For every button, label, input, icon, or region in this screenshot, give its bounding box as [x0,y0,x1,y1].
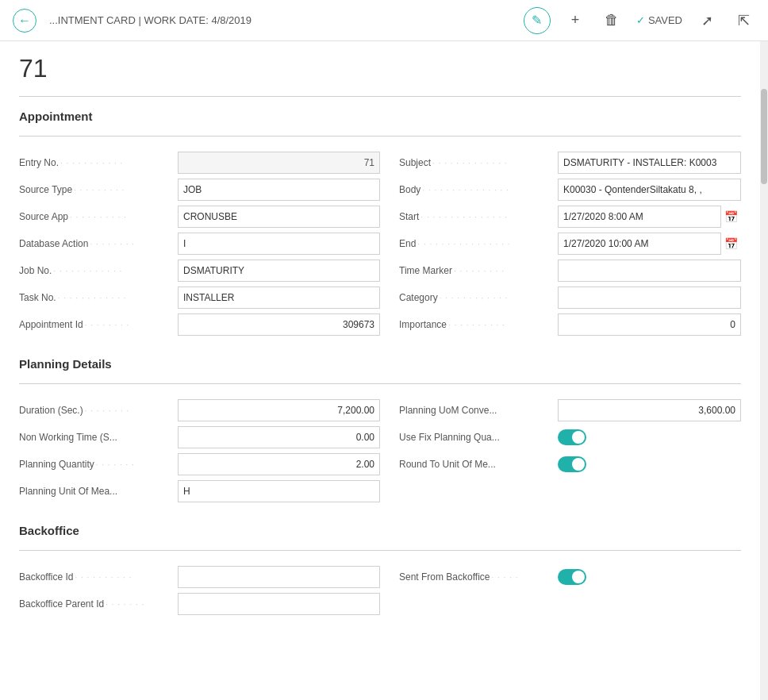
field-subject: Subject · · · · · · · · · · · · · [399,149,741,176]
planning-left-col: Duration (Sec.) · · · · · · · · Non Work… [19,397,380,505]
field-body: Body · · · · · · · · · · · · · · · [399,176,741,203]
category-label: Category [399,292,438,303]
field-source-type: Source Type · · · · · · · · · [19,176,380,203]
entry-no-label: Entry No. [19,157,59,168]
appointment-id-label: Appointment Id [19,319,83,330]
backoffice-id-input[interactable] [178,566,380,588]
field-database-action: Database Action · · · · · · · · [19,230,380,257]
database-action-label: Database Action [19,238,88,249]
field-non-working-time: Non Working Time (S... [19,424,380,451]
planning-section: Planning Details Duration (Sec.) · · · ·… [19,357,741,505]
non-working-time-label: Non Working Time (S... [19,432,117,443]
field-planning-quantity: Planning Quantity · · · · · · · [19,451,380,478]
appointment-section: Appointment Entry No. · · · · · · · · · … [19,110,741,338]
body-label: Body [399,184,420,195]
delete-button[interactable]: 🗑 [600,9,624,33]
field-planning-uom: Planning Unit Of Mea... [19,478,380,505]
source-type-label: Source Type [19,184,72,195]
end-input[interactable] [558,233,721,255]
non-working-time-input[interactable] [178,426,380,448]
appointment-left-col: Entry No. · · · · · · · · · · · Source T… [19,149,380,338]
source-app-label: Source App [19,211,68,222]
category-input[interactable] [558,287,741,309]
time-marker-input[interactable] [558,260,741,282]
start-label: Start [399,211,419,222]
database-action-input[interactable] [178,233,380,255]
field-backoffice-id: Backoffice Id · · · · · · · · · · [19,563,380,590]
round-to-unit-toggle[interactable] [558,456,586,472]
subject-input[interactable] [558,152,741,174]
planning-uom-conv-label: Planning UoM Conve... [399,405,497,416]
planning-uom-input[interactable] [178,480,380,502]
importance-input[interactable] [558,313,741,336]
field-sent-from-backoffice: Sent From Backoffice · · · · · [399,563,741,590]
content-area: 71 Appointment Entry No. · · · · · · · ·… [0,41,768,700]
expand-button[interactable]: ⇱ [732,9,755,33]
body-input[interactable] [558,179,741,201]
entry-no-input[interactable] [178,152,380,174]
check-icon: ✓ [636,14,645,26]
use-fix-planning-label: Use Fix Planning Qua... [399,432,500,443]
backoffice-parent-id-input[interactable] [178,593,380,615]
source-app-input[interactable] [178,206,380,228]
field-source-app: Source App · · · · · · · · · · [19,203,380,230]
field-category: Category · · · · · · · · · · · · [399,284,741,311]
job-no-label: Job No. [19,265,52,276]
sent-from-backoffice-toggle[interactable] [558,569,586,585]
start-input[interactable] [558,206,721,228]
field-importance: Importance · · · · · · · · · · [399,311,741,338]
backoffice-section: Backoffice Backoffice Id · · · · · · · ·… [19,524,741,617]
field-start: Start · · · · · · · · · · · · · · · 📅 [399,203,741,230]
field-appointment-id: Appointment Id · · · · · · · · [19,311,380,338]
sent-from-backoffice-label: Sent From Backoffice [399,571,490,583]
start-calendar-icon[interactable]: 📅 [721,210,741,223]
backoffice-id-label: Backoffice Id [19,571,73,583]
field-entry-no: Entry No. · · · · · · · · · · · [19,149,380,176]
external-link-button[interactable]: ➚ [695,9,719,33]
field-time-marker: Time Marker · · · · · · · · · [399,257,741,284]
scrollbar[interactable] [760,41,768,700]
appointment-fields: Entry No. · · · · · · · · · · · Source T… [19,149,741,338]
appointment-section-title: Appointment [19,110,741,123]
end-field-container: 📅 [558,233,741,255]
appointment-id-input[interactable] [178,313,380,336]
field-use-fix-planning: Use Fix Planning Qua... [399,424,741,451]
planning-uom-conv-input[interactable] [558,399,741,421]
planning-right-col: Planning UoM Conve... Use Fix Planning Q… [380,397,741,505]
planning-section-title: Planning Details [19,357,741,371]
field-round-to-unit: Round To Unit Of Me... [399,451,741,478]
planning-divider [19,383,741,384]
section-divider-top [19,96,741,97]
end-calendar-icon[interactable]: 📅 [721,237,741,250]
field-planning-uom-conv: Planning UoM Conve... [399,397,741,424]
field-job-no: Job No. · · · · · · · · · · · · [19,257,380,284]
backoffice-right-col: Sent From Backoffice · · · · · [380,563,741,617]
saved-status: ✓ SAVED [636,14,682,26]
backoffice-section-title: Backoffice [19,524,741,537]
field-backoffice-parent-id: Backoffice Parent Id · · · · · · · [19,590,380,617]
subject-label: Subject [399,157,431,168]
scrollbar-thumb[interactable] [761,89,767,184]
appointment-right-col: Subject · · · · · · · · · · · · · Body ·… [380,149,741,338]
main-content: 71 Appointment Entry No. · · · · · · · ·… [0,41,760,700]
end-label: End [399,238,416,249]
source-type-input[interactable] [178,179,380,201]
back-button[interactable]: ← [13,9,36,33]
planning-fields: Duration (Sec.) · · · · · · · · Non Work… [19,397,741,505]
duration-input[interactable] [178,399,380,421]
time-marker-label: Time Marker [399,265,452,276]
field-task-no: Task No. · · · · · · · · · · · · [19,284,380,311]
duration-label: Duration (Sec.) [19,405,83,416]
edit-button[interactable]: ✎ [524,7,551,34]
field-end: End · · · · · · · · · · · · · · · · 📅 [399,230,741,257]
planning-quantity-label: Planning Quantity [19,459,94,470]
backoffice-parent-id-label: Backoffice Parent Id [19,598,104,610]
planning-quantity-input[interactable] [178,453,380,475]
backoffice-fields: Backoffice Id · · · · · · · · · · Backof… [19,563,741,617]
top-bar: ← ...INTMENT CARD | WORK DATE: 4/8/2019 … [0,0,768,41]
task-no-input[interactable] [178,287,380,309]
job-no-input[interactable] [178,260,380,282]
use-fix-planning-toggle[interactable] [558,429,586,445]
backoffice-left-col: Backoffice Id · · · · · · · · · · Backof… [19,563,380,617]
add-button[interactable]: + [563,9,587,33]
